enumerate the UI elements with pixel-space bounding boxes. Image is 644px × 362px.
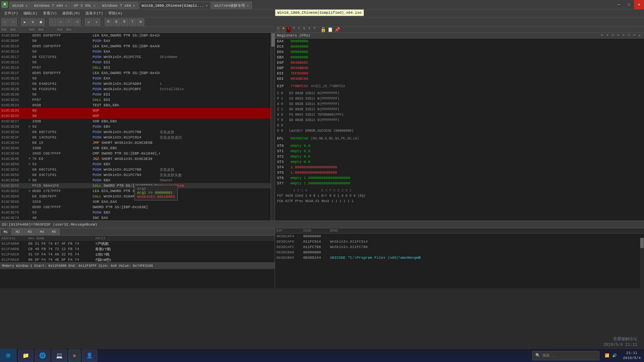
disasm-line-4[interactable]: 010C3E17.68 CCC71F01PUSH WnSkinIn.011FC7… — [0, 54, 275, 60]
hex-tab-m5[interactable]: M5 — [48, 229, 60, 235]
toolbar-bp[interactable]: B — [113, 18, 120, 26]
disasm-line-18[interactable]: 010C3E3A.68 88C71F01PUSH WnSkinIn.011FC7… — [0, 129, 275, 135]
minimize-button[interactable]: — — [614, 0, 624, 9]
icon-btn-3[interactable]: 📌 — [334, 27, 340, 33]
tab-win7-crack-close[interactable]: ✕ — [247, 4, 249, 8]
toolbar-thread[interactable]: T — [129, 18, 136, 26]
disasm-line-20[interactable]: 010C3E44.EB 15JMP SHORT WnSkinIn.010C3E5… — [0, 140, 275, 145]
reg-eip-val[interactable]: 770BFC52 — [290, 84, 308, 88]
close-button[interactable]: ✕ — [634, 0, 644, 9]
taskbar-item-debugger[interactable]: ✱ — [68, 350, 80, 362]
toolbar-play[interactable]: ▶ — [21, 18, 29, 26]
reg-nav-close[interactable]: ✕ — [637, 34, 642, 38]
disasm-line-13[interactable]: 010C3E33.85DBTEST EBX,EBX — [0, 103, 275, 108]
disasm-line-5[interactable]: 010C3E1C.56PUSH ESI — [0, 60, 275, 65]
hex-tab-m2[interactable]: M2 — [12, 229, 23, 235]
disasm-line-11[interactable]: 010C3E30.56PUSH ESI — [0, 92, 275, 97]
hex-tab-m3[interactable]: M3 — [24, 229, 36, 235]
tab-win7-x64-2[interactable]: Windows 7 x64 ✕ — [99, 2, 138, 9]
reg-nav-left6[interactable]: < — [627, 34, 631, 38]
disasm-line-24[interactable]: 010C3E50>53PUSH EBX — [0, 162, 275, 167]
toolbar-ref[interactable]: R — [121, 18, 128, 26]
icon-btn-1[interactable]: 🔒 — [320, 27, 326, 33]
tab-win10-close[interactable]: ✕ — [25, 4, 28, 8]
menu-tabs[interactable]: 选项卡(T) — [83, 10, 106, 16]
reg-esi-val[interactable]: 7EFDD000 — [290, 71, 308, 75]
disasm-line-17[interactable]: 010C3E39>53PUSH EBX — [0, 124, 275, 129]
disasm-line-12[interactable]: 010C3E31.FFD7CALL EDI — [0, 97, 275, 103]
tab-win7-x64-close[interactable]: ✕ — [65, 4, 67, 8]
toolbar-step-over[interactable]: ↷ — [57, 18, 64, 26]
taskbar-item-files[interactable]: 📁 — [18, 350, 34, 362]
disasm-line-3[interactable]: 010C3E16.50PUSH EAX — [0, 49, 275, 54]
toolbar-close-proc[interactable]: ✕ — [93, 18, 100, 26]
reg-nav-left3[interactable]: < — [610, 34, 615, 38]
tab-win7-x64-2-close[interactable]: ✕ — [133, 4, 135, 8]
disasm-line-26[interactable]: 010C3E56.68 94C71F01PUSH WnSkinIn.011FC7… — [0, 172, 275, 178]
menu-view[interactable]: 查看(V) — [40, 10, 60, 16]
reg-nav-right[interactable]: > — [632, 34, 637, 38]
maximize-button[interactable]: ☐ — [624, 0, 634, 9]
disasm-line-8[interactable]: 010C3E25.50PUSH EAX — [0, 76, 275, 81]
disasm-line-27[interactable]: 010C3E5B>50PUSH EBXhOwner — [0, 178, 275, 183]
disasm-line-15[interactable]: 010C3E3590NOP — [0, 113, 275, 119]
reg-ecx-val[interactable]: 00000000 — [290, 45, 308, 49]
reg-nav-left5[interactable]: < — [621, 34, 626, 38]
menu-edit[interactable]: 编辑(E) — [21, 10, 40, 16]
disasm-line-7[interactable]: 010C3E1F.8D85 E0FBFFFFLEA EAX,DWORD PTR … — [0, 70, 275, 76]
tab-xp3-close[interactable]: ✕ — [94, 4, 96, 8]
stack-scrollbar[interactable] — [640, 238, 644, 288]
toolbar-windows[interactable]: W — [137, 18, 144, 26]
start-button[interactable]: ⊞ — [0, 349, 17, 362]
disasm-line-2[interactable]: 010C3E10.8D85 C8F5FFFFLEA EAX,DWORD PTR … — [0, 44, 275, 49]
disasm-line-14[interactable]: 010C3E3590NOP — [0, 108, 275, 113]
disasm-line-21[interactable]: 010C3E46.33DBXOR EBX,EBX — [0, 145, 275, 151]
reg-esp-val[interactable]: 0038BADC — [290, 61, 308, 65]
disasm-line-0[interactable]: 010C3E09.8D85 E0FBFFFFLEA EAX,DWORD PTR … — [0, 33, 275, 38]
toolbar-step-into[interactable]: ↓ — [49, 18, 56, 26]
toolbar-mem-map[interactable]: M — [105, 18, 112, 26]
toolbar-back[interactable]: ← — [1, 18, 9, 26]
tab-win7-crack[interactable]: Win7x64破解专用 ✕ — [211, 2, 252, 9]
tab-win10-1809-close[interactable]: ✕ — [206, 4, 208, 8]
icon-btn-2[interactable]: 📋 — [327, 27, 333, 33]
toolbar-pause[interactable]: ⏸ — [29, 18, 37, 26]
reg-nav-left1[interactable]: < — [600, 34, 604, 38]
menu-vm[interactable]: 虚拟机(M) — [59, 10, 83, 16]
toolbar-run-to[interactable]: →| — [73, 18, 80, 26]
reg-ebp-val[interactable]: 0038BB30 — [290, 66, 308, 70]
disasm-line-34[interactable]: 010C3E76.40INC EAX — [0, 215, 275, 221]
disasm-line-23[interactable]: 010C3E4E^75 E9JNZ SHORT WnSkinIn.010C3E3… — [0, 156, 275, 162]
reg-ebx-val[interactable]: 00000000 — [290, 55, 308, 59]
menu-file[interactable]: 文件(F) — [1, 10, 21, 16]
hex-tab-m4[interactable]: M4 — [36, 229, 48, 235]
taskbar-search[interactable]: 🔍 搜索... — [532, 351, 599, 360]
disasm-line-22[interactable]: 010C3E48.399D C0E7FFFFCMP DWORD PTR SS:[… — [0, 151, 275, 156]
disasm-line-32[interactable]: 010C3E6F.8D8D C8E7FFFFDWORD PTR SS:[EBP-… — [0, 204, 275, 210]
reg-edi-val[interactable]: 0038BC08 — [290, 77, 308, 81]
menu-help[interactable]: 帮助(H) — [106, 10, 125, 16]
reg-eax-val[interactable]: 00000000 — [290, 39, 308, 43]
toolbar-step-out[interactable]: ↑ — [65, 18, 72, 26]
taskbar-item-browser[interactable]: 🌐 — [35, 350, 50, 362]
disasm-line-6[interactable]: 010C3E1D.FFD7CALL EDI — [0, 65, 275, 70]
disasm-line-9[interactable]: 010C3E26.68 84AD1F01PUSH WnSkinIn.011FAD… — [0, 81, 275, 86]
reg-nav-left2[interactable]: < — [605, 34, 610, 38]
taskbar-item-users[interactable]: 👤 — [82, 350, 97, 362]
tab-win7-x64[interactable]: Windows 7 x64 ✕ — [31, 2, 70, 9]
tab-xp3[interactable]: XP 3 VOL ✕ — [71, 2, 99, 9]
hex-tab-m1[interactable]: M1 — [0, 229, 11, 235]
disasm-line-25[interactable]: 010C3E51.68 88C71F01PUSH WnSkinIn.011FC7… — [0, 167, 275, 172]
disasm-line-33[interactable]: 010C3E75.53PUSH EBX — [0, 210, 275, 215]
toolbar-stop[interactable]: ⏹ — [37, 18, 45, 26]
disasm-line-1[interactable]: 010C3E0F.50PUSH EAX — [0, 38, 275, 44]
disasm-line-16[interactable]: 010C3E37.33DBXOR EBX,EBX — [0, 119, 275, 124]
disasm-scrollbar[interactable] — [271, 33, 275, 221]
taskbar-item-pc[interactable]: 💻 — [52, 350, 67, 362]
disasm-line-19[interactable]: 010C3E3F.68 14C91F01PUSH WnSkinIn.011FC9… — [0, 135, 275, 140]
reg-efl-val[interactable]: 00200246 — [290, 136, 308, 140]
reg-nav-left4[interactable]: < — [616, 34, 621, 38]
reg-edx-val[interactable]: 00000000 — [290, 50, 308, 54]
toolbar-forward[interactable]: → — [9, 18, 17, 26]
tab-win10[interactable]: Win10 ✕ — [9, 2, 31, 9]
